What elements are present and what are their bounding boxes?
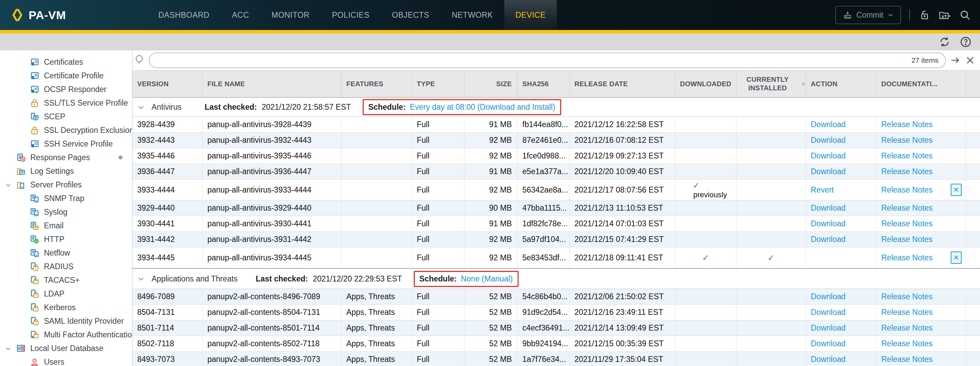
commit-button[interactable]: Commit <box>835 6 901 24</box>
column-header-documentati[interactable]: DOCUMENTATI... <box>877 70 966 97</box>
sha256-cell: 54c86b4b0... <box>518 289 570 304</box>
sidebar-item-syslog[interactable]: Syslog <box>0 205 132 219</box>
sidebar-item-multi-factor-authentication[interactable]: Multi Factor Authentication <box>0 328 132 342</box>
nav-tab-objects[interactable]: OBJECTS <box>381 0 441 30</box>
column-header-version[interactable]: VERSION <box>132 70 203 97</box>
sidebar-item-scep[interactable]: SCEP <box>0 110 132 123</box>
clear-filter-icon[interactable] <box>964 54 976 66</box>
column-header-file-name[interactable]: FILE NAME <box>203 70 342 97</box>
release-notes-link[interactable]: Release Notes <box>881 235 933 244</box>
sidebar-item-ssl-tls-service-profile[interactable]: SSL/TLS Service Profile <box>0 96 132 110</box>
download-link[interactable]: Download <box>811 151 845 160</box>
download-link[interactable]: Download <box>811 203 845 213</box>
sidebar-item-partially-visible[interactable] <box>0 50 132 55</box>
collapse-chevron-icon[interactable] <box>137 275 145 283</box>
sidebar-item-log-settings[interactable]: Log Settings <box>0 164 132 178</box>
release-notes-link[interactable]: Release Notes <box>881 355 933 364</box>
sidebar-item-snmp-trap[interactable]: SNMP Trap <box>0 192 132 205</box>
sidebar-item-saml-identity-provider[interactable]: SAML Identity Provider <box>0 314 132 328</box>
sidebar-item-email[interactable]: Email <box>0 219 132 232</box>
download-link[interactable]: Download <box>811 235 845 244</box>
release-notes-link[interactable]: Release Notes <box>881 151 933 160</box>
download-link[interactable]: Download <box>811 339 845 348</box>
release-notes-link[interactable]: Release Notes <box>881 203 933 213</box>
sidebar-item-tacacs[interactable]: TACACS+ <box>0 273 132 287</box>
sidebar-item-label: SAML Identity Provider <box>44 316 124 326</box>
download-link[interactable]: Download <box>811 136 845 145</box>
column-header-type[interactable]: TYPE <box>412 70 465 97</box>
column-header-downloaded[interactable]: DOWNLOADED <box>675 70 737 97</box>
sidebar-item-kerberos[interactable]: Kerberos <box>0 300 132 314</box>
config-sync-folder-icon[interactable] <box>939 9 951 21</box>
download-link[interactable]: Download <box>811 120 845 129</box>
sidebar-item-users[interactable]: Users <box>0 355 132 366</box>
download-link[interactable]: Download <box>811 308 845 317</box>
sidebar-item-ssl-decryption-exclusion[interactable]: SSL Decryption Exclusion <box>0 123 132 137</box>
column-header-features[interactable]: FEATURES <box>342 70 412 97</box>
unlock-icon[interactable] <box>918 9 930 21</box>
download-link[interactable]: Download <box>811 292 845 301</box>
sidebar-item-radius[interactable]: RADIUS <box>0 260 132 273</box>
download-link[interactable]: Download <box>811 355 845 364</box>
lock-icon <box>30 126 39 135</box>
release-notes-link[interactable]: Release Notes <box>881 323 933 332</box>
column-header-release-date[interactable]: RELEASE DATE <box>570 70 675 97</box>
release-notes-link[interactable]: Release Notes <box>881 219 933 229</box>
release-notes-link[interactable]: Release Notes <box>881 308 933 317</box>
help-icon[interactable] <box>959 36 972 48</box>
refresh-icon[interactable] <box>939 36 951 48</box>
sidebar-item-server-profiles[interactable]: Server Profiles <box>0 178 132 192</box>
release-notes-link[interactable]: Release Notes <box>881 167 933 176</box>
nav-tab-acc[interactable]: ACC <box>221 0 260 30</box>
apply-filter-arrow-icon[interactable] <box>949 54 961 66</box>
sidebar-item-http[interactable]: HTTP <box>0 232 132 246</box>
download-link[interactable]: Download <box>811 323 845 332</box>
column-header-currently-installed[interactable]: CURRENTLY INSTALLED∧ <box>737 70 806 97</box>
sidebar-item-certificates[interactable]: Certificates <box>0 55 132 69</box>
revert-link[interactable]: Revert <box>811 185 834 195</box>
sidebar-item-local-user-database[interactable]: Local User Database <box>0 342 132 355</box>
nav-tab-policies[interactable]: POLICIES <box>321 0 381 30</box>
nav-tab-dashboard[interactable]: DASHBOARD <box>147 0 221 30</box>
features-cell: Apps, Threats <box>342 289 412 304</box>
nav-tab-monitor[interactable]: MONITOR <box>260 0 321 30</box>
sidebar-item-label: SCEP <box>44 112 65 121</box>
release-notes-link[interactable]: Release Notes <box>881 185 933 195</box>
document-unavailable-icon[interactable]: ✕ <box>951 251 962 264</box>
document-unavailable-icon[interactable]: ✕ <box>951 184 962 196</box>
filter-input[interactable] <box>156 56 912 65</box>
download-link[interactable]: Download <box>811 219 845 229</box>
column-header-sha256[interactable]: SHA256 <box>518 70 570 97</box>
sort-ascending-icon: ∧ <box>801 80 806 87</box>
schedule-link[interactable]: None (Manual) <box>461 274 512 283</box>
sidebar-item-ldap[interactable]: LDAP <box>0 287 132 300</box>
nav-tab-network[interactable]: NETWORK <box>441 0 504 30</box>
sidebar-item-netflow[interactable]: Netflow <box>0 246 132 260</box>
expander-chevron-icon[interactable] <box>5 345 11 352</box>
release-notes-link[interactable]: Release Notes <box>881 120 933 129</box>
global-search-icon[interactable] <box>959 9 971 21</box>
release-notes-link[interactable]: Release Notes <box>881 136 933 145</box>
size-cell: 52 MB <box>465 352 518 366</box>
sidebar-item-response-pages[interactable]: Response Pages <box>0 150 132 164</box>
download-link[interactable]: Download <box>811 167 845 176</box>
expander-chevron-icon[interactable] <box>5 181 11 188</box>
nav-tab-device[interactable]: DEVICE <box>504 0 557 30</box>
release-notes-link[interactable]: Release Notes <box>881 253 933 262</box>
features-cell <box>342 148 412 163</box>
sidebar-item-certificate-profile[interactable]: Certificate Profile <box>0 69 132 83</box>
collapse-chevron-icon[interactable] <box>137 104 145 111</box>
documentation-cell: Release Notes <box>877 352 966 366</box>
file-name-cell: panup-all-antivirus-3936-4447 <box>203 164 342 179</box>
filler-cell <box>966 336 980 352</box>
sidebar-item-label: SSH Service Profile <box>44 139 113 149</box>
release-notes-link[interactable]: Release Notes <box>881 292 933 301</box>
sidebar-item-ocsp-responder[interactable]: OCSP Responder <box>0 83 132 96</box>
release-notes-link[interactable]: Release Notes <box>881 339 933 348</box>
type-cell: Full <box>412 216 465 232</box>
column-header-size[interactable]: SIZE <box>465 70 518 97</box>
schedule-link[interactable]: Every day at 08:00 (Download and Install… <box>410 102 555 112</box>
sidebar-item-ssh-service-profile[interactable]: SSH Service Profile <box>0 137 132 150</box>
file-name-cell: panup-all-antivirus-3931-4442 <box>203 232 342 247</box>
column-header-action[interactable]: ACTION <box>806 70 877 97</box>
